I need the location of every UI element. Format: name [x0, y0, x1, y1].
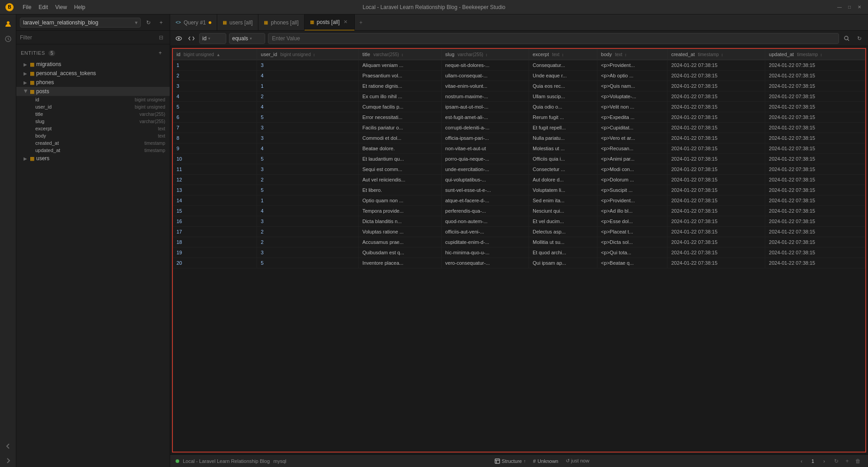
- main-layout: laravel_learn_relationship_blog ▾ ↻ + ⊟ …: [0, 14, 868, 467]
- table-cell: quod-non-autem-...: [441, 216, 529, 227]
- table-row[interactable]: 31Et ratione dignis...vitae-enim-volunt.…: [173, 81, 865, 91]
- table-row[interactable]: 172Voluptas ratione ...officiis-aut-veni…: [173, 227, 865, 237]
- col-header-updated-at[interactable]: updated_at timestamp ↕: [765, 49, 865, 60]
- table-cell: officia-ipsam-pari-...: [441, 133, 529, 143]
- table-cell: 2024-01-22 07:38:15: [765, 143, 865, 154]
- col-header-slug[interactable]: slug varchar(255) ↕: [441, 49, 529, 60]
- tab-query-1-label: Query #1: [184, 19, 206, 26]
- table-row[interactable]: 193Quibusdam est q...hic-minima-quo-u-..…: [173, 248, 865, 258]
- data-table: id bigint unsigned ▲ user_id bigint unsi…: [173, 49, 865, 268]
- table-row[interactable]: 113Sequi est comm...unde-exercitation-..…: [173, 164, 865, 175]
- window-title: Local - Laravel Learn Relationship Blog …: [362, 4, 506, 10]
- tree-item-posts[interactable]: ▶ ▦ posts: [16, 87, 170, 96]
- activity-icon-home[interactable]: [2, 18, 14, 31]
- table-row[interactable]: 83Commodi et dol...officia-ipsam-pari-..…: [173, 133, 865, 143]
- tree-item-personal-access-tokens[interactable]: ▶ ▦ personal_access_tokens: [16, 69, 170, 78]
- col-header-id[interactable]: id bigint unsigned ▲: [173, 49, 257, 60]
- table-icon: ▦: [30, 80, 34, 86]
- table-row[interactable]: 141Optio quam non ...atque-et-facere-d-.…: [173, 195, 865, 206]
- tab-query-1[interactable]: <> Query #1: [170, 14, 217, 31]
- filter-input[interactable]: [20, 34, 154, 41]
- table-cell: 2024-01-22 07:38:15: [765, 71, 865, 81]
- table-row[interactable]: 122Aut vel reiiciendis...qui-voluptatibu…: [173, 175, 865, 185]
- table-row[interactable]: 24Praesantium vol...ullam-consequat-...U…: [173, 71, 865, 81]
- search-button[interactable]: [842, 33, 852, 43]
- add-button[interactable]: +: [156, 18, 166, 28]
- tree-label-posts: posts: [36, 88, 49, 95]
- table-row[interactable]: 54Cumque facilis p...ipsam-aut-ut-mol-..…: [173, 102, 865, 112]
- add-row-button[interactable]: +: [843, 457, 852, 466]
- tree-sub-item-created-at: created_at timestamp: [16, 139, 170, 147]
- activity-icon-nav-left[interactable]: [2, 440, 14, 453]
- col-header-body[interactable]: body text ↕: [597, 49, 668, 60]
- col-header-title[interactable]: title varchar(255) ↕: [358, 49, 441, 60]
- condition-select-value: equals: [232, 35, 248, 42]
- tab-users[interactable]: ▦ users [all]: [217, 14, 258, 31]
- refresh-button[interactable]: ↻: [143, 18, 153, 28]
- maximize-button[interactable]: □: [846, 4, 853, 10]
- tree-item-phones[interactable]: ▶ ▦ phones: [16, 78, 170, 87]
- table-row[interactable]: 73Facilis pariatur o...corrupti-deleniti…: [173, 123, 865, 133]
- table-cell: ipsam-aut-ut-mol-...: [441, 102, 529, 112]
- col-header-excerpt[interactable]: excerpt text ↕: [529, 49, 597, 60]
- col-header-user-id[interactable]: user_id bigint unsigned ↕: [257, 49, 358, 60]
- db-selector[interactable]: laravel_learn_relationship_blog ▾: [20, 18, 141, 28]
- next-page-button[interactable]: ›: [820, 457, 828, 465]
- table-row[interactable]: 105Et laudantium qu...porro-quia-neque-.…: [173, 154, 865, 164]
- table-icon: ▦: [264, 20, 268, 25]
- add-tab-button[interactable]: +: [355, 14, 367, 31]
- view-toggle-button[interactable]: [174, 33, 184, 43]
- tree-sub-item-slug: slug varchar(255): [16, 118, 170, 125]
- svg-point-0: [7, 21, 10, 24]
- refresh-data-button[interactable]: ↻: [854, 33, 864, 43]
- table-cell: 2: [257, 175, 358, 185]
- table-row[interactable]: 154Tempora provide...perferendis-qua-...…: [173, 206, 865, 216]
- tree-item-migrations[interactable]: ▶ ▦ migrations: [16, 60, 170, 69]
- column-select[interactable]: id ▾: [199, 33, 226, 44]
- table-row[interactable]: 135Et libero.sunt-vel-esse-ut-e-...Volup…: [173, 185, 865, 195]
- condition-select[interactable]: equals ▾: [229, 33, 265, 44]
- tabs-bar: <> Query #1 ▦ users [all] ▦ phones [all]…: [170, 14, 868, 31]
- table-row[interactable]: 205Inventore placea...vero-consequatur-.…: [173, 258, 865, 268]
- minimize-button[interactable]: —: [836, 4, 843, 10]
- tab-close-posts[interactable]: ✕: [343, 19, 349, 25]
- pagination: ‹ 1 ›: [797, 457, 828, 465]
- table-row[interactable]: 42Ex cum illo nihil ...nostrum-maxime-..…: [173, 91, 865, 102]
- col-header-created-at[interactable]: created_at timestamp ↕: [668, 49, 765, 60]
- table-row[interactable]: 94Beatae dolore.non-vitae-et-aut-utMoles…: [173, 143, 865, 154]
- activity-icon-history[interactable]: [2, 33, 14, 45]
- db-name: laravel_learn_relationship_blog: [23, 19, 98, 26]
- prev-page-button[interactable]: ‹: [797, 457, 806, 465]
- table-cell: 2024-01-22 07:38:15: [765, 248, 865, 258]
- add-entity-button[interactable]: +: [155, 48, 165, 58]
- table-cell: <p>Animi par...: [597, 154, 668, 164]
- table-cell: Accusamus prae...: [358, 237, 441, 248]
- data-table-container[interactable]: id bigint unsigned ▲ user_id bigint unsi…: [172, 48, 866, 453]
- tree-item-users[interactable]: ▶ ▦ users: [16, 154, 170, 163]
- activity-icon-nav-right[interactable]: [2, 454, 14, 467]
- table-row[interactable]: 13Aliquam veniam ...neque-sit-dolores-..…: [173, 60, 865, 71]
- table-cell: 15: [173, 206, 257, 216]
- tab-phones[interactable]: ▦ phones [all]: [258, 14, 304, 31]
- structure-button[interactable]: Structure ↑: [495, 458, 526, 464]
- status-bar: Local - Laravel Learn Relationship Blog …: [170, 454, 868, 467]
- table-row[interactable]: 182Accusamus prae...cupiditate-enim-d-..…: [173, 237, 865, 248]
- table-cell: 2024-01-22 07:38:15: [765, 175, 865, 185]
- table-cell: 2: [257, 227, 358, 237]
- table-row[interactable]: 65Error necessitati...est-fugit-amet-ali…: [173, 112, 865, 123]
- delete-row-button[interactable]: 🗑: [854, 457, 863, 466]
- tab-posts[interactable]: ▦ posts [all] ✕: [305, 14, 355, 31]
- menu-file[interactable]: File: [23, 4, 31, 10]
- status-unknown: # Unknown: [533, 458, 558, 464]
- refresh-action-button[interactable]: ↻: [832, 457, 841, 466]
- code-toggle-button[interactable]: [186, 33, 196, 43]
- menu-help[interactable]: Help: [74, 4, 86, 10]
- value-input[interactable]: [268, 33, 839, 44]
- svg-point-3: [178, 38, 180, 39]
- close-button[interactable]: ✕: [856, 4, 863, 10]
- table-cell: cupiditate-enim-d-...: [441, 237, 529, 248]
- table-cell: 10: [173, 154, 257, 164]
- table-row[interactable]: 163Dicta blanditis n...quod-non-autem-..…: [173, 216, 865, 227]
- menu-edit[interactable]: Edit: [38, 4, 48, 10]
- menu-view[interactable]: View: [55, 4, 67, 10]
